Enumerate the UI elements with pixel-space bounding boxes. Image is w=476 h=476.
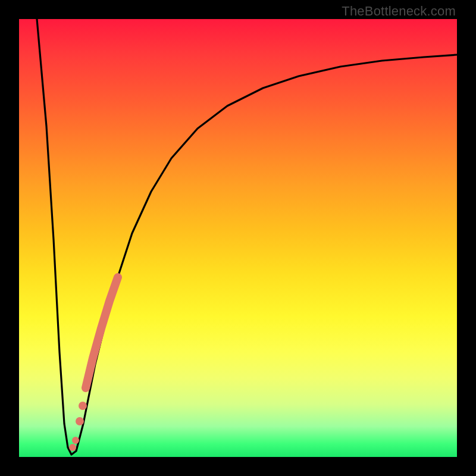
marker-dot	[72, 437, 79, 444]
plot-area	[19, 19, 457, 457]
chart-frame: TheBottleneck.com	[0, 0, 476, 476]
watermark-text: TheBottleneck.com	[342, 4, 456, 19]
marker-dot	[76, 417, 84, 425]
marker-dot	[79, 402, 87, 410]
chart-svg	[19, 19, 457, 457]
marker-dot	[69, 444, 76, 451]
bottleneck-curve	[37, 19, 457, 455]
highlighted-segment	[86, 277, 118, 388]
